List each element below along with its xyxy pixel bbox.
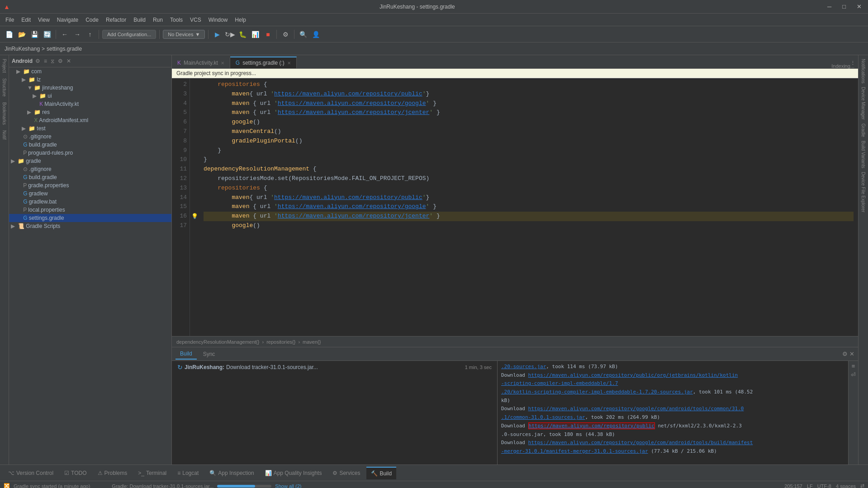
tree-header-filter[interactable]: ⧖ [50, 57, 55, 65]
menu-file[interactable]: File [2, 15, 18, 25]
save-icon[interactable]: 💾 [29, 29, 40, 40]
build-item-jinrukeshang[interactable]: ↻ JinRuKeshang: Download tracker-31.0.1-… [175, 363, 493, 372]
tree-header-sync[interactable]: ⚙ [34, 57, 41, 65]
tab-mainactivity-close[interactable]: ✕ [221, 61, 224, 66]
tree-node-com[interactable]: ▶ 📁com [9, 67, 171, 76]
project-panel-icon[interactable]: Project [1, 57, 8, 75]
code-editor[interactable]: 23456 7891011 1213141516 17 [172, 78, 858, 336]
refresh-run-icon[interactable]: ↻▶ [224, 29, 235, 40]
log-link-sources20[interactable]: .20-sources.jar [501, 364, 546, 370]
tab-settings-gradle[interactable]: G settings.gradle (:) ✕ [230, 57, 297, 68]
bottom-tab-app-inspection[interactable]: 🔍 App Inspection [205, 467, 258, 479]
maximize-button[interactable]: □ [840, 2, 849, 11]
build-filter-icon[interactable]: ≡ [852, 363, 855, 370]
bottom-tab-build[interactable]: 🔨 Build [366, 467, 396, 479]
tree-node-proguard[interactable]: Pproguard-rules.pro [9, 149, 171, 157]
build-variants-icon[interactable]: Build Variants [860, 139, 867, 170]
run-icon[interactable]: ▶ [212, 29, 223, 40]
tree-header-collapse[interactable]: ≡ [43, 57, 48, 65]
show-all-link[interactable]: Show all (2) [275, 483, 301, 488]
tree-node-buildgradle2[interactable]: Gbuild.gradle [9, 173, 171, 181]
tree-node-mainactivity[interactable]: KMainActivity.kt [9, 100, 171, 108]
breadcrumb-project[interactable]: JinRuKeshang [5, 46, 40, 52]
menu-refactor[interactable]: Refactor [102, 15, 130, 25]
warning-icon[interactable]: 💡 [191, 213, 198, 220]
log-link-manifest[interactable]: https://maven.aliyun.com/repository/goog… [501, 440, 753, 454]
code-lines[interactable]: repositories { maven{ url 'https://maven… [199, 78, 858, 336]
menu-edit[interactable]: Edit [18, 15, 34, 25]
tree-node-buildgradle1[interactable]: Gbuild.gradle [9, 141, 171, 149]
no-devices-dropdown[interactable]: No Devices ▼ [163, 30, 205, 39]
tree-node-gradleprops[interactable]: Pgradle.properties [9, 181, 171, 190]
stop-icon[interactable]: ■ [262, 29, 273, 40]
tree-header-close[interactable]: ✕ [66, 57, 72, 65]
tree-node-androidmanifest[interactable]: XAndroidManifest.xml [9, 116, 171, 124]
menu-navigate[interactable]: Navigate [53, 15, 82, 25]
tree-node-gradlewbat[interactable]: Ggradlew.bat [9, 198, 171, 206]
menu-view[interactable]: View [34, 15, 53, 25]
add-configuration-button[interactable]: Add Configuration... [102, 30, 156, 39]
close-button[interactable]: ✕ [854, 2, 864, 11]
tree-node-gitignore1[interactable]: ⊙.gitignore [9, 133, 171, 141]
tree-node-gradlew[interactable]: Ggradlew [9, 190, 171, 198]
menu-vcs[interactable]: VCS [186, 15, 205, 25]
tree-node-lz[interactable]: ▶ 📁lz [9, 76, 171, 84]
menu-tools[interactable]: Tools [166, 15, 186, 25]
bottom-tab-services[interactable]: ⚙ Services [328, 467, 365, 479]
log-link-kotlin-scripting[interactable]: https://maven.aliyun.com/repository/publ… [501, 372, 738, 395]
tree-node-gradle-folder[interactable]: ▶ 📁gradle [9, 157, 171, 165]
bookmarks-icon[interactable]: Bookmarks [1, 100, 8, 127]
open-icon[interactable]: 📂 [16, 29, 27, 40]
tab-mainactivity[interactable]: K MainActivity.kt ✕ [172, 57, 230, 68]
code-breadcrumb-mgmt[interactable]: dependencyResolutionManagement{} [176, 339, 259, 345]
build-wrap-icon[interactable]: ⏎ [851, 371, 856, 378]
tree-node-res[interactable]: ▶ 📁res [9, 108, 171, 116]
bottom-tab-version-control[interactable]: ⌥ Version Control [4, 467, 58, 479]
forward-icon[interactable]: → [72, 29, 83, 40]
sync-icon[interactable]: 🔄 [42, 29, 52, 40]
menu-window[interactable]: Window [205, 15, 232, 25]
notifications-icon[interactable]: Notif [1, 128, 8, 142]
tree-node-gradle-scripts[interactable]: ▶ 📜Gradle Scripts [9, 222, 171, 230]
menu-help[interactable]: Help [231, 15, 250, 25]
menu-run[interactable]: Run [149, 15, 166, 25]
tree-node-settingsgradle[interactable]: Gsettings.gradle [9, 214, 171, 222]
breadcrumb-file[interactable]: settings.gradle [47, 46, 82, 52]
tree-node-jinrukeshang[interactable]: ▼ 📁jinrukeshang [9, 84, 171, 92]
tree-node-gitignore2[interactable]: ⊙.gitignore [9, 165, 171, 173]
build-tab-sync[interactable]: Build [175, 349, 197, 360]
code-breadcrumb-maven[interactable]: maven{} [303, 339, 321, 345]
build-close-icon[interactable]: ✕ [849, 351, 854, 357]
code-breadcrumb-repos[interactable]: repositories{} [266, 339, 295, 345]
device-manager-icon[interactable]: Device Manager [860, 85, 867, 122]
log-link-common[interactable]: https://maven.aliyun.com/repository/goog… [501, 406, 744, 420]
build-tab-build[interactable]: Sync [199, 349, 220, 359]
up-icon[interactable]: ↑ [85, 29, 95, 40]
notifications-right-icon[interactable]: Notifications [860, 57, 867, 85]
menu-code[interactable]: Code [82, 15, 102, 25]
bottom-tab-problems[interactable]: ⚠ Problems [93, 467, 132, 479]
tree-header-settings[interactable]: ⚙ [57, 57, 64, 65]
back-icon[interactable]: ← [59, 29, 70, 40]
account-icon[interactable]: 👤 [310, 29, 321, 40]
debug-icon[interactable]: 🐛 [237, 29, 248, 40]
search-everywhere-icon[interactable]: 🔍 [298, 29, 308, 40]
new-file-icon[interactable]: 📄 [4, 29, 14, 40]
bottom-tab-terminal[interactable]: >_ Terminal [133, 467, 171, 479]
log-link-public-highlighted[interactable]: https://maven.aliyun.com/repository/publ… [528, 422, 655, 429]
minimize-button[interactable]: ─ [825, 2, 834, 11]
profile-icon[interactable]: 📊 [250, 29, 261, 40]
bottom-tab-logcat[interactable]: ≡ Logcat [173, 467, 203, 479]
structure-icon[interactable]: Structure [1, 76, 8, 99]
tree-node-localprops[interactable]: Plocal.properties [9, 206, 171, 214]
bottom-tab-app-quality[interactable]: 📊 App Quality Insights [261, 467, 327, 479]
device-file-explorer-icon[interactable]: Device File Explorer [860, 170, 867, 214]
settings-icon[interactable]: ⚙ [280, 29, 291, 40]
bottom-tab-todo[interactable]: ☑ TODO [60, 467, 91, 479]
tree-node-test[interactable]: ▶ 📁test [9, 124, 171, 133]
tree-node-ui[interactable]: ▶ 📁ui [9, 92, 171, 100]
menu-build[interactable]: Build [130, 15, 149, 25]
gradle-right-icon[interactable]: Gradle [860, 122, 867, 139]
tab-settings-close[interactable]: ✕ [287, 61, 291, 66]
build-settings-icon[interactable]: ⚙ [842, 351, 848, 357]
